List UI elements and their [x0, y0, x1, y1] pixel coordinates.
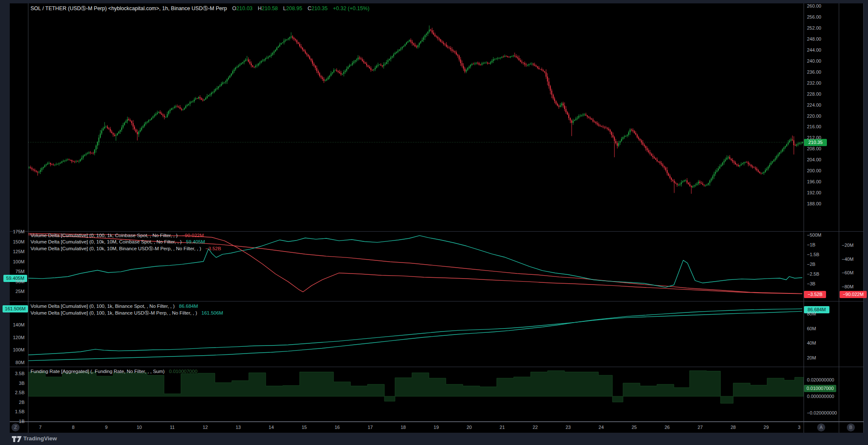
indicator-title: Volume Delta [Cumulative] (0, 100, 1k, B…	[31, 304, 175, 309]
axis-tick: 256.00	[807, 14, 821, 20]
axis-tick: 260.00	[807, 3, 821, 9]
axis-tick: 0.000000000	[807, 393, 834, 400]
indicator-legend-row[interactable]: Volume Delta [Cumulative] (0, 100, 1k, B…	[31, 304, 198, 309]
time-tick: 22	[527, 424, 544, 431]
pane-separator-3[interactable]	[10, 367, 864, 367]
time-tick: 17	[362, 424, 379, 431]
indicator-title: Volume Delta [Cumulative] (0, 100, 1k, C…	[31, 233, 178, 238]
axis-tick: −500M	[807, 232, 821, 238]
indicator-value: 86.684M	[179, 304, 198, 309]
time-tick: 24	[593, 424, 609, 431]
scale-mode-button-a[interactable]: A	[817, 423, 825, 431]
indicator-legend-row[interactable]: Funding Rate [Aggregated] (, Funding Rat…	[31, 369, 198, 374]
indicator-legend-row[interactable]: Volume Delta [Cumulative] (0, 100, 1k, B…	[31, 310, 223, 316]
open-value: 210.03	[236, 6, 253, 11]
axis-tick: 236.00	[807, 69, 821, 75]
axis-tick: −2.5B	[807, 271, 819, 277]
scale-mode-button-b[interactable]: B	[847, 423, 855, 431]
low-label: L	[283, 6, 286, 11]
axis-tick: 50M	[2, 278, 25, 285]
time-tick: 23	[560, 424, 577, 431]
axis-tick: −1B	[807, 241, 815, 248]
axis-tick: 100M	[2, 346, 25, 353]
right-scale-separator-a[interactable]	[804, 3, 804, 433]
time-tick: 12	[197, 424, 214, 431]
axis-tick: 188.00	[807, 200, 821, 207]
indicator-title: Volume Delta [Cumulative] (0, 100, 1k, B…	[31, 310, 197, 315]
axis-tick: −20M	[842, 242, 854, 249]
time-tick: 11	[164, 424, 181, 431]
axis-tick: 3B	[2, 380, 25, 387]
pane-separator-2[interactable]	[10, 301, 864, 301]
right-frame-separator	[863, 3, 864, 433]
price-scale-right-b[interactable]	[839, 3, 863, 422]
low-value: 208.95	[286, 6, 302, 11]
axis-tick: 240.00	[807, 58, 821, 64]
time-tick: 29	[758, 424, 775, 431]
axis-tick: 192.00	[807, 189, 821, 196]
axis-tick: 232.00	[807, 80, 821, 86]
axis-tick: 196.00	[807, 178, 821, 185]
tradingview-logo-icon[interactable]	[12, 436, 22, 442]
axis-tick: 204.00	[807, 156, 821, 163]
time-tick: 14	[263, 424, 280, 431]
axis-tick: 248.00	[807, 36, 821, 42]
time-tick: 20	[461, 424, 478, 431]
time-tick: 7	[32, 424, 49, 431]
axis-tick: 200.00	[807, 167, 821, 174]
axis-tick: 75M	[2, 268, 25, 275]
axis-tick: −40M	[842, 256, 854, 263]
time-tick: 21	[494, 424, 511, 431]
high-label: H	[258, 6, 262, 11]
axis-tick: 120M	[2, 334, 25, 341]
cvd-coinbase-1k-tag: −90.022M	[840, 291, 867, 298]
right-scale-separator-b[interactable]	[839, 3, 839, 433]
axis-tick: 20M	[807, 354, 816, 361]
axis-tick: −3B	[807, 280, 815, 287]
axis-tick: 208.00	[807, 145, 821, 152]
axis-tick: 212.00	[807, 134, 821, 141]
tradingview-brand-text[interactable]: TradingView	[23, 435, 57, 442]
axis-tick: 224.00	[807, 102, 821, 108]
pane-funding[interactable]	[28, 367, 804, 422]
axis-tick: 216.00	[807, 123, 821, 130]
axis-tick: −2B	[807, 261, 815, 268]
axis-tick: −80M	[842, 283, 854, 290]
time-tick: 9	[98, 424, 115, 431]
time-tick: 26	[659, 424, 676, 431]
axis-tick: 175M	[2, 228, 25, 235]
axis-tick: 228.00	[807, 91, 821, 97]
indicator-legend-row[interactable]: Volume Delta [Cumulative] (0, 100, 1k, C…	[31, 233, 204, 238]
time-tick: 8	[65, 424, 82, 431]
main-series-legend[interactable]: SOL / TETHER (USDⓈ-M Perp) <hyblockcapit…	[31, 5, 370, 12]
axis-tick: 40M	[807, 340, 816, 346]
axis-tick: 1.5B	[2, 408, 25, 415]
time-tick: 3	[791, 424, 808, 431]
time-tick: 27	[692, 424, 709, 431]
high-value: 210.58	[262, 6, 278, 11]
axis-tick: 60M	[807, 325, 816, 332]
time-tick: 28	[725, 424, 742, 431]
footer-bar: TradingView	[0, 433, 868, 445]
time-tick: 10	[131, 424, 148, 431]
indicator-value: 161.506M	[201, 310, 223, 315]
pane-separator-1[interactable]	[10, 231, 864, 232]
indicator-legend-row[interactable]: Volume Delta [Cumulative] (0, 10k, 10M, …	[31, 246, 221, 252]
close-value: 210.35	[312, 6, 328, 11]
indicator-legend-row[interactable]: Volume Delta [Cumulative] (0, 10k, 10M, …	[31, 239, 205, 244]
pane-price[interactable]	[28, 3, 804, 231]
axis-tick: 2.5B	[2, 389, 25, 396]
time-tick: 18	[395, 424, 412, 431]
indicator-value: 0.010007000	[169, 369, 198, 374]
axis-tick: 2B	[2, 399, 25, 406]
axis-tick: 3.5B	[2, 370, 25, 377]
close-label: C	[308, 6, 312, 11]
axis-tick: 125M	[2, 248, 25, 255]
time-tick: 16	[329, 424, 346, 431]
axis-tick: 252.00	[807, 25, 821, 31]
funding-rate-tag: 0.010007000	[804, 385, 836, 392]
scale-mode-button-z[interactable]: Z	[11, 423, 19, 431]
indicator-value: −90.022M	[182, 233, 203, 238]
change-value: +0.32 (+0.15%)	[333, 6, 369, 11]
axis-tick: 80M	[807, 310, 816, 317]
